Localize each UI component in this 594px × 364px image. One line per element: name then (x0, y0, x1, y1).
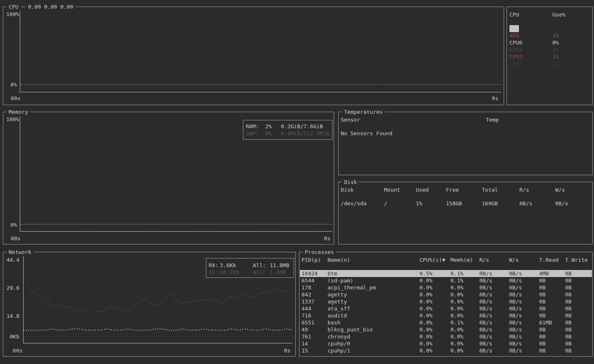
temperatures-header: Sensor Temp (339, 116, 592, 123)
process-cell: 0.0% (450, 326, 479, 333)
cpu-legend-row[interactable]: CPU00% (507, 39, 592, 46)
process-cell: 0B/s (509, 270, 539, 277)
network-rx-row: RX: 3.6Kb All: 11.8MB (206, 262, 294, 269)
process-cell: 0B/s (509, 312, 539, 319)
temperatures-panel-title: Temperatures (342, 108, 385, 115)
process-cell: 6544 (302, 277, 328, 284)
cpu-legend-row[interactable]: CPU21% (507, 53, 592, 60)
process-cell: 0.5% (420, 270, 450, 277)
process-cell: agetty (328, 298, 420, 305)
process-row[interactable]: 6551bash0.0%0.1%0B/s0B/s61MB0B (300, 319, 592, 326)
process-cell: 0.0% (420, 312, 450, 319)
memory-legend-overlay: RAM: 2% 0.2GiB/7.6GiB SWP: 0% 0.0MiB/512… (243, 120, 332, 140)
process-row[interactable]: 14cpuhp/00.0%0.0%0B/s0B/s0B0B (300, 340, 592, 347)
process-cell: ata_sff (328, 305, 420, 312)
process-cell: cpuhp/1 (328, 347, 420, 354)
process-row[interactable]: 10424btm0.5%0.1%0B/s0B/s4MB0B (300, 270, 592, 277)
cpu-usage-graph (20, 12, 502, 86)
process-cell: 0B/s (509, 340, 539, 347)
network-panel[interactable]: Network 44.4 29.6 14.8 0Kb 60s 0s RX: 3.… (3, 252, 296, 357)
process-cell: 61MB (539, 319, 565, 326)
process-cell: 0B/s (479, 270, 509, 277)
process-row[interactable]: 178acpi_thermal_pm0.0%0.0%0B/s0B/s0B0B (300, 284, 592, 291)
process-row[interactable]: 49blkcg_punt_bio0.0%0.0%0B/s0B/s0B0B (300, 326, 592, 333)
disk-header-disk: Disk (341, 186, 384, 193)
processes-header-ws[interactable]: W/s (509, 256, 539, 263)
process-row[interactable]: 6544(sd-pam)0.0%0.1%0B/s0B/s0B0B (300, 277, 592, 284)
process-cell: 0.0% (450, 284, 479, 291)
process-cell: btm (328, 270, 420, 277)
process-cell: 0.0% (420, 319, 450, 326)
cpu-panel-title: CPU ─ 0.00 0.00 0.00 (7, 3, 75, 10)
network-x-right-label: 0s (284, 347, 290, 354)
process-row[interactable]: 444ata_sff0.0%0.0%0B/s0B/s0B0B (300, 305, 592, 312)
disk-cell: / (384, 200, 416, 207)
process-cell: 49 (302, 326, 328, 333)
process-cell: 0.0% (420, 284, 450, 291)
processes-panel[interactable]: Processes PID(p) Name(n) CPU%(c)▼ Mem%(m… (299, 252, 593, 357)
process-cell: 0B (539, 347, 565, 354)
process-cell: 0B/s (509, 347, 539, 354)
processes-header-twrite[interactable]: T.Write (565, 256, 590, 263)
cpu-title-separator: ─ (21, 4, 25, 10)
process-cell: 0B (565, 270, 590, 277)
cpu-legend-row[interactable]: CPU11% (507, 46, 592, 53)
disk-panel[interactable]: Disk Disk Mount Used Free Total R/s W/s … (338, 182, 593, 244)
cpu-graph-panel[interactable]: CPU ─ 0.00 0.00 0.00 100% 0% 60s 0s (3, 7, 504, 105)
process-row[interactable]: 842agetty0.0%0.0%0B/s0B/s0B0B (300, 291, 592, 298)
rx-all-label: All: (253, 262, 270, 269)
process-cell: 4MB (539, 270, 565, 277)
processes-header-tread[interactable]: T.Read (539, 256, 565, 263)
process-cell: 0B (565, 340, 590, 347)
process-cell: 0B/s (509, 298, 539, 305)
cpu-entry-name: CPU3 (509, 60, 552, 67)
process-cell: 0.0% (420, 326, 450, 333)
process-cell: 0B/s (479, 305, 509, 312)
disk-row: /dev/sda/1%158GB169GB0B/s0B/s (339, 200, 592, 207)
cpu-x-axis (20, 92, 501, 92)
tx-label: TX: (209, 269, 220, 276)
process-row[interactable]: 761chronyd0.0%0.0%0B/s0B/s0B0B (300, 333, 592, 340)
process-cell: 0B/s (479, 312, 509, 319)
no-sensors-message: No Sensors Found (341, 130, 392, 137)
process-cell: 0B/s (479, 326, 509, 333)
cpu-legend-row[interactable]: AVG1% (507, 32, 592, 39)
rx-all-total: 11.8MB (270, 262, 291, 269)
process-cell: 0B (539, 340, 565, 347)
process-row[interactable]: 1337agetty0.0%0.0%0B/s0B/s0B0B (300, 298, 592, 305)
disk-header-mount: Mount (384, 186, 416, 193)
cpu-legend-row[interactable]: CPU31% (507, 60, 592, 67)
process-cell: 0B (565, 319, 590, 326)
process-cell: 0B/s (509, 319, 539, 326)
process-cell: cpuhp/0 (328, 340, 420, 347)
process-cell: 0B (539, 277, 565, 284)
process-cell: 0.0% (450, 340, 479, 347)
process-cell: 0B/s (479, 284, 509, 291)
cpu-legend-row[interactable]: All (507, 25, 592, 32)
disk-header: Disk Mount Used Free Total R/s W/s (339, 186, 592, 193)
memory-panel[interactable]: Memory 100% 0% 60s 0s RAM: 2% 0.2GiB/7.6… (3, 112, 334, 244)
processes-header-cpu-sort[interactable]: CPU%(c)▼ (420, 256, 450, 263)
processes-header-rs[interactable]: R/s (479, 256, 509, 263)
cpu-entry-name: CPU1 (509, 46, 552, 53)
temperatures-panel[interactable]: Temperatures Sensor Temp No Sensors Foun… (338, 112, 593, 175)
process-cell: 0B (539, 305, 565, 312)
processes-header-pid[interactable]: PID(p) (302, 256, 328, 263)
temperatures-header-sensor: Sensor (341, 116, 486, 123)
process-cell: 0.0% (420, 298, 450, 305)
cpu-entry-name: CPU2 (509, 53, 552, 60)
process-cell: 14 (302, 340, 328, 347)
processes-header-mem[interactable]: Mem%(m) (450, 256, 479, 263)
disk-rows: /dev/sda/1%158GB169GB0B/s0B/s (339, 200, 592, 207)
process-cell: 0B (565, 298, 590, 305)
disk-header-total: Total (482, 186, 519, 193)
processes-header-name[interactable]: Name(n) (328, 256, 420, 263)
cpu-legend-panel[interactable]: CPU Use% AllAVG1%CPU00%CPU11%CPU21%CPU31… (507, 7, 593, 105)
process-row[interactable]: 15cpuhp/10.0%0.0%0B/s0B/s0B0B (300, 347, 592, 354)
network-panel-title: Network (7, 249, 33, 256)
process-cell: 15 (302, 347, 328, 354)
process-cell: 444 (302, 305, 328, 312)
process-cell: agetty (328, 291, 420, 298)
process-row[interactable]: 716auditd0.0%0.0%0B/s0B/s0B0B (300, 312, 592, 319)
process-cell: 0B/s (509, 305, 539, 312)
